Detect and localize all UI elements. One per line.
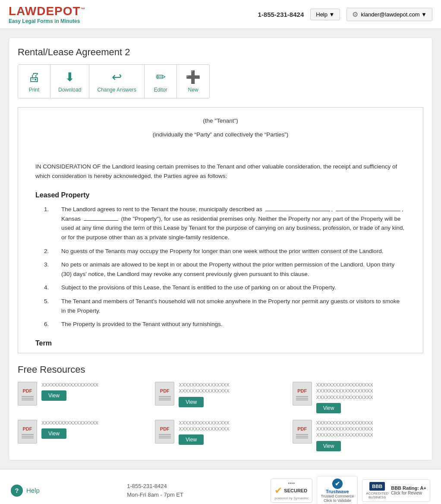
document-area[interactable]: (the "Tenant") (individually the “Party”… <box>18 107 423 353</box>
print-button[interactable]: 🖨 Print <box>18 65 50 98</box>
resource-item: PDF XXXXXXXXXXXXXXXXXXXXXXXXXXXXXXXX Vie… <box>155 420 286 451</box>
list-item: 2. No guests of the Tenants may occupy t… <box>44 247 406 256</box>
pdf-icon: PDF <box>155 382 174 406</box>
view-button[interactable]: View <box>41 390 66 401</box>
doc-list-1: 1. The Landlord agrees to rent to the Te… <box>44 205 406 329</box>
print-icon: 🖨 <box>28 70 40 84</box>
doc-line2: (individually the “Party” and collective… <box>35 130 406 139</box>
pdf-icon: PDF <box>293 420 312 444</box>
trustwave-title: Trustwave <box>321 489 354 494</box>
view-button[interactable]: View <box>316 403 341 413</box>
user-email: klander@lawdepot.com ▼ <box>361 11 427 18</box>
section-term: Term <box>35 338 406 349</box>
view-button[interactable]: View <box>179 397 204 407</box>
footer: ? Help 1-855-231-8424 Mon-Fri 8am - 7pm … <box>0 469 441 504</box>
main-card: Rental/Lease Agreement 2 🖨 Print ⬇ Downl… <box>9 38 432 460</box>
bbb-logo: BBB <box>369 482 385 491</box>
resource-title-text: XXXXXXXXXXXXXXXXXXXXXXXXXXXXXXXXXXXXXXXX… <box>316 382 423 400</box>
logo-tagline: Easy Legal Forms in Minutes <box>9 18 85 24</box>
trustwave-sub: Trusted CommerceClick to Validate <box>321 494 354 503</box>
doc-line1: (the "Tenant") <box>35 116 406 126</box>
view-button[interactable]: View <box>41 428 66 439</box>
download-icon: ⬇ <box>65 70 75 84</box>
editor-icon: ✏ <box>156 70 166 84</box>
help-button[interactable]: Help ▼ <box>310 9 340 20</box>
footer-phone-info: 1-855-231-8424 Mon-Fri 8am - 7pm ET <box>127 482 183 499</box>
trustwave-badge[interactable]: ✔ Trustwave Trusted CommerceClick to Val… <box>317 476 358 504</box>
change-answers-icon: ↩ <box>112 70 122 84</box>
header-right: 1-855-231-8424 Help ▼ ⚙ klander@lawdepot… <box>258 8 432 21</box>
resource-item: PDF XXXXXXXXXXXXXXXXXXXXXXXXXXXXXXXXXXXX… <box>293 382 423 413</box>
bbb-click: Click for Review <box>391 491 426 495</box>
bbb-badge[interactable]: BBB ACCREDITEDBUSINESS BBB Rating: A+ Cl… <box>362 479 430 502</box>
resource-item: PDF XXXXXXXXXXXXXXXXXX View <box>18 420 148 451</box>
list-item: 5. The Tenant and members of Tenant's ho… <box>44 297 406 315</box>
list-item: 7. The term of the Lease commences at 12… <box>44 353 406 353</box>
editor-button[interactable]: ✏ Editor <box>145 65 177 98</box>
pdf-icon: PDF <box>18 420 37 444</box>
new-button[interactable]: ➕ New <box>177 65 209 98</box>
resource-item: PDF XXXXXXXXXXXXXXXXXXXXXXXXXXXXXXXX Vie… <box>155 382 286 413</box>
print-label: Print <box>29 87 40 93</box>
pdf-icon: PDF <box>18 382 37 406</box>
page-title: Rental/Lease Agreement 2 <box>18 47 423 58</box>
resources-grid: PDF XXXXXXXXXXXXXXXXXX View PD <box>18 382 423 451</box>
footer-phone: 1-855-231-8424 <box>127 482 183 491</box>
logo-tm: ™ <box>81 7 85 12</box>
header-phone: 1-855-231-8424 <box>258 11 304 18</box>
footer-help-label: Help <box>26 487 40 494</box>
resource-title-text: XXXXXXXXXXXXXXXXXXXXXXXXXXXXXXXXXXXXXXXX… <box>316 420 423 438</box>
change-answers-label: Change Answers <box>97 87 136 93</box>
trustwave-icon: ✔ <box>332 479 343 489</box>
resources-section: Free Resources PDF XXXXXXXXXXXXXXXXXX Vi… <box>18 364 423 451</box>
logo-law: LAW <box>9 4 37 18</box>
change-answers-button[interactable]: ↩ Change Answers <box>89 65 145 98</box>
pdf-icon: PDF <box>293 382 312 406</box>
section-leased-property: Leased Property <box>35 190 406 201</box>
new-icon: ➕ <box>186 70 201 84</box>
list-item: 3. No pets or animals are allowed to be … <box>44 260 406 279</box>
view-button[interactable]: View <box>179 434 204 445</box>
footer-badges: ▸▸▸▸ ✔ SECURED powered by Symantec ✔ Tru… <box>271 476 430 504</box>
download-button[interactable]: ⬇ Download <box>50 65 89 98</box>
norton-badge[interactable]: ▸▸▸▸ ✔ SECURED powered by Symantec <box>271 479 312 503</box>
list-item: 4. Subject to the provisions of this Lea… <box>44 283 406 292</box>
resource-item: PDF XXXXXXXXXXXXXXXXXXXXXXXXXXXXXXXXXXXX… <box>293 420 423 451</box>
logo-area: LAWDEPOT™ Easy Legal Forms in Minutes <box>9 4 85 24</box>
footer-help[interactable]: ? Help <box>11 485 40 497</box>
user-menu-button[interactable]: ⚙ klander@lawdepot.com ▼ <box>346 8 432 21</box>
norton-check-icon: ✔ <box>274 485 282 496</box>
bbb-rating: BBB Rating: A+ <box>391 485 426 491</box>
help-label: Help ▼ <box>316 11 334 18</box>
download-label: Download <box>58 87 81 93</box>
main-container: Rental/Lease Agreement 2 🖨 Print ⬇ Downl… <box>0 29 441 469</box>
pdf-icon: PDF <box>155 420 174 444</box>
new-label: New <box>188 87 198 93</box>
logo-depot: DEPOT <box>37 4 80 18</box>
toolbar: 🖨 Print ⬇ Download ↩ Change Answers ✏ Ed… <box>18 64 210 98</box>
resource-title-text: XXXXXXXXXXXXXXXXXXXXXXXXXXXXXXXX <box>179 420 286 432</box>
list-item: 6. The Property is provided to the Tenan… <box>44 320 406 329</box>
header: LAWDEPOT™ Easy Legal Forms in Minutes 1-… <box>0 0 441 29</box>
norton-symantec: powered by Symantec <box>274 496 309 500</box>
resource-title-text: XXXXXXXXXXXXXXXXXXXXXXXXXXXXXXXX <box>179 382 286 394</box>
resources-title: Free Resources <box>18 364 423 375</box>
resource-title-text: XXXXXXXXXXXXXXXXXX <box>41 382 148 388</box>
resource-item: PDF XXXXXXXXXXXXXXXXXX View <box>18 382 148 413</box>
footer-hours: Mon-Fri 8am - 7pm ET <box>127 491 183 499</box>
resource-title-text: XXXXXXXXXXXXXXXXXX <box>41 420 148 426</box>
doc-list-2: 7. The term of the Lease commences at 12… <box>44 353 406 353</box>
logo: LAWDEPOT™ <box>9 4 85 18</box>
gear-icon: ⚙ <box>352 10 358 19</box>
editor-label: Editor <box>154 87 167 93</box>
doc-intro: IN CONSIDERATION OF the Landlord leasing… <box>35 162 406 181</box>
view-button[interactable]: View <box>316 441 341 451</box>
norton-secured-text: SECURED <box>284 488 307 493</box>
help-circle-icon: ? <box>11 485 23 497</box>
list-item: 1. The Landlord agrees to rent to the Te… <box>44 205 406 242</box>
